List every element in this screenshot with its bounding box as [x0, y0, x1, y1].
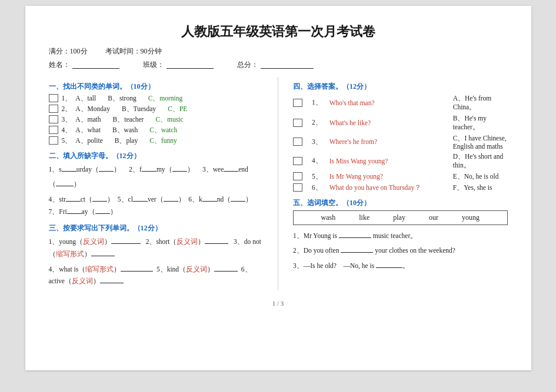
name-field: 姓名： [49, 60, 119, 70]
question-text: Is Mr Wang young? [329, 173, 447, 180]
option-c: C、music [155, 115, 183, 124]
section4-title: 四、选择答案。（12分） [293, 82, 508, 92]
item-num: 3、 [62, 115, 72, 124]
meta-row: 满分：100分 考试时间：90分钟 [49, 46, 508, 56]
info-row: 姓名： 班级： 总分： [49, 60, 508, 70]
option-a: A、tall [75, 94, 96, 103]
section4-item-4: 4、 Is Miss Wang young? D、He's short and … [293, 152, 508, 170]
question-text: What's he like? [329, 119, 447, 126]
section4-item-5: 5、 Is Mr Wang young? E、No, he is old [293, 172, 508, 181]
option-c: C、PE [168, 105, 187, 113]
section5-item-1: 1、Mr Young is music teacher。 [293, 230, 508, 242]
section1-questions: 1、 A、tall B、strong C、morning 2、 A、Monday… [49, 94, 264, 145]
q-num: 4、 [312, 156, 322, 165]
section5-title: 五、选词填空。（10分） [293, 198, 508, 208]
option-a: A、what [75, 126, 101, 135]
q-num: 5、 [312, 172, 322, 181]
word-option: wash [321, 213, 336, 222]
left-column: 一、找出不同类的单词。（10分） 1、 A、tall B、strong C、mo… [49, 77, 264, 291]
section2-title: 二、填入所缺字母。（12分） [49, 151, 264, 161]
section3-title: 三、按要求写出下列单词。（12分） [49, 223, 264, 233]
score-label: 满分：100分 [49, 46, 88, 56]
section2-line2: （） [49, 178, 264, 190]
item-num: 4、 [62, 126, 72, 135]
option-b: B、Tuesday [122, 105, 156, 113]
right-column: 四、选择答案。（12分） 1、 Who's that man? A、He's f… [293, 77, 508, 291]
section4-item-6: 6、 What do you have on Thursday？ F、Yes, … [293, 183, 508, 192]
item-num: 5、 [62, 136, 72, 145]
option-a: A、polite [75, 136, 103, 145]
answer-paren [293, 172, 302, 180]
item-num: 1、 [62, 94, 72, 103]
column-divider [278, 77, 278, 291]
answer-paren [49, 105, 58, 113]
exam-page: 人教版五年级英语第一次月考试卷 满分：100分 考试时间：90分钟 姓名： 班级… [25, 6, 531, 370]
answer-text: C、I have Chinese, English and maths [453, 134, 508, 150]
page-title: 人教版五年级英语第一次月考试卷 [49, 24, 508, 41]
answer-paren [293, 138, 302, 146]
answer-text: B、He's my teacher。 [453, 114, 508, 132]
total-field: 总分： [237, 60, 314, 70]
question-text: Where's he from? [329, 138, 447, 145]
section5-item-3: 3、—Is he old? —No, he is 。 [293, 260, 508, 272]
section4-item-1: 1、 Who's that man? A、He's from China。 [293, 94, 508, 112]
section3-line1: 1、young（反义词） 2、short（反义词） 3、do not（缩写形式） [49, 236, 264, 260]
answer-paren [293, 157, 302, 165]
answer-text: A、He's from China。 [453, 94, 508, 112]
option-a: A、Monday [75, 105, 110, 113]
section3-line2: 4、what is（缩写形式） 5、kind（反义词） 6、active（反义词… [49, 263, 264, 287]
question-text: Is Miss Wang young? [329, 158, 447, 165]
answer-text: F、Yes, she is [453, 183, 508, 192]
option-b: B、strong [108, 94, 136, 103]
class-field: 班级： [143, 60, 214, 70]
page-number: 1 / 3 [49, 300, 508, 307]
section2-line1: 1、surday（） 2、fmy（） 3、weeend [49, 163, 264, 176]
option-b: B、teacher [113, 115, 144, 124]
answer-paren [49, 126, 58, 134]
q-num: 2、 [312, 118, 322, 127]
word-option: our [429, 213, 438, 222]
answer-paren [293, 99, 302, 107]
section1-item-3: 3、 A、math B、teacher C、music [49, 115, 264, 124]
q-num: 6、 [312, 183, 322, 192]
option-a: A、math [75, 115, 101, 124]
answer-paren [293, 183, 302, 192]
word-option: play [393, 213, 405, 222]
section1-item-4: 4、 A、what B、wash C、watch [49, 126, 264, 135]
option-c: C、funny [149, 136, 177, 145]
section1-item-1: 1、 A、tall B、strong C、morning [49, 94, 264, 103]
section2-line3: 4、strct（） 5、clver（） 6、knd（） 7、Friay（） [49, 193, 264, 217]
item-num: 2、 [62, 105, 72, 113]
option-c: C、morning [148, 94, 183, 103]
answer-text: E、No, he is old [453, 172, 508, 181]
word-option: young [462, 213, 480, 222]
section5-questions: 1、Mr Young is music teacher。2、Do you oft… [293, 230, 508, 272]
time-label: 考试时间：90分钟 [105, 46, 162, 56]
answer-paren [49, 94, 58, 102]
section5-item-2: 2、Do you often your clothes on the weeke… [293, 244, 508, 257]
word-box: washlikeplayouryoung [293, 210, 508, 225]
option-c: C、watch [149, 126, 177, 135]
question-text: What do you have on Thursday？ [329, 183, 447, 192]
section1-item-2: 2、 A、Monday B、Tuesday C、PE [49, 105, 264, 113]
word-option: like [359, 213, 369, 222]
answer-paren [49, 136, 58, 145]
answer-paren [293, 119, 302, 127]
section1-title: 一、找出不同类的单词。（10分） [49, 82, 264, 92]
option-b: B、wash [112, 126, 138, 135]
section4-questions: 1、 Who's that man? A、He's from China。 2、… [293, 94, 508, 192]
section4-item-2: 2、 What's he like? B、He's my teacher。 [293, 114, 508, 132]
section1-item-5: 5、 A、polite B、play C、funny [49, 136, 264, 145]
answer-text: D、He's short and thin。 [453, 152, 508, 170]
q-num: 3、 [312, 138, 322, 146]
question-text: Who's that man? [329, 99, 447, 106]
section4-item-3: 3、 Where's he from? C、I have Chinese, En… [293, 134, 508, 150]
option-b: B、play [115, 136, 138, 145]
q-num: 1、 [312, 98, 322, 107]
main-layout: 一、找出不同类的单词。（10分） 1、 A、tall B、strong C、mo… [49, 77, 508, 291]
answer-paren [49, 115, 58, 123]
